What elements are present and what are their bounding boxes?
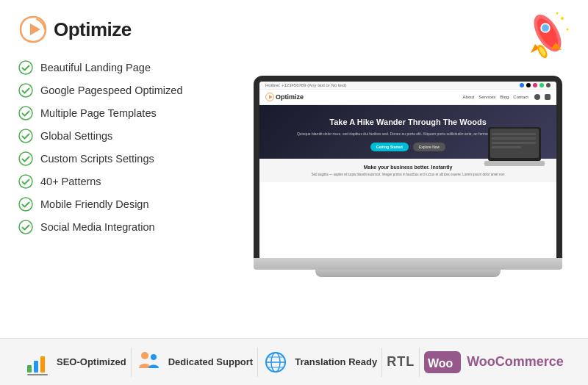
svg-point-1 [19,61,32,74]
divider-2 [257,348,258,377]
seo-icon [24,349,51,375]
svg-text:Woo: Woo [428,357,453,370]
svg-rect-27 [492,142,536,144]
bottom-label-translation: Translation Ready [295,356,377,367]
mini-logo-text: Optimize [276,93,304,101]
svg-rect-29 [27,365,32,373]
feature-label-1: Beautiful Landing Page [40,62,151,73]
facebook-dot [520,83,524,87]
svg-rect-25 [492,133,536,135]
feature-list: Beautiful Landing Page Google Pagespeed … [18,60,209,234]
twitter-dot [526,83,531,87]
bottom-item-support: Dedicated Support [136,349,254,375]
mini-btn-secondary: Explore Now [413,143,445,151]
laptop-screen-outer: Hotline: +123456789 (Any text or No text… [254,76,562,258]
nav-about: About [463,95,475,99]
check-icon-7 [18,197,33,212]
whatsapp-dot [539,83,544,87]
woocommerce-icon: Woo [424,351,461,373]
svg-point-12 [542,25,548,31]
svg-point-8 [19,220,32,234]
svg-point-18 [567,29,569,31]
bottom-item-rtl: RTL [387,354,415,370]
nav-blog: Blog [500,95,509,99]
svg-rect-24 [484,161,545,166]
svg-point-2 [19,84,32,97]
screen-content: Hotline: +123456789 (Any text or No text… [259,82,556,258]
laptop-screen-inner: Hotline: +123456789 (Any text or No text… [259,82,556,258]
mini-nav: Optimize About Services Blog Contact [259,90,556,105]
support-icon [136,349,162,375]
nav-services: Services [478,95,495,99]
svg-rect-26 [492,137,536,140]
check-icon-3 [18,106,33,120]
svg-point-19 [556,12,559,15]
rtl-label: RTL [387,354,415,370]
check-icon-1 [18,60,33,75]
logo-text: Optimize [54,18,132,41]
left-panel: Optimize Beautiful Landing Page Google P… [0,0,228,338]
bottom-label-seo: SEO-Optimized [57,356,126,367]
logo-icon [18,15,48,44]
svg-rect-31 [40,356,45,373]
divider-1 [131,348,132,377]
svg-rect-30 [34,361,38,373]
mini-btn-primary: Getting Started [370,143,409,151]
feature-item-6: 40+ Patterns [18,174,209,189]
bottom-item-seo: SEO-Optimized [24,349,126,375]
hero-laptop-decoration [484,126,551,170]
feature-label-7: Mobile Friendly Design [40,198,148,210]
svg-point-3 [19,107,32,120]
feature-item-5: Custom Scripts Settings [18,151,209,166]
nav-contact: Contact [513,95,528,99]
feature-label-3: Multiple Page Templates [40,107,157,119]
feature-item-7: Mobile Friendly Design [18,197,209,212]
feature-label-4: Global Settings [40,130,112,142]
bottom-item-translation: Translation Ready [262,349,377,375]
feature-item-3: Multiple Page Templates [18,106,209,120]
languages-icon [262,349,289,375]
svg-marker-0 [30,24,40,35]
laptop-stand [315,270,501,277]
user-icon [534,94,540,100]
check-icon-2 [18,83,33,98]
divider-4 [419,348,420,377]
check-icon-8 [18,220,33,234]
bottom-item-woo: Woo WooCommerce [424,351,564,373]
mini-topbar-text: Hotline: +123456789 (Any text or No text… [265,83,347,87]
mini-topbar: Hotline: +123456789 (Any text or No text… [259,82,556,90]
feature-item-4: Global Settings [18,129,209,143]
mini-logo-icon [265,93,274,101]
woo-label-text: WooCommerce [467,354,564,370]
logo-area: Optimize [18,15,209,44]
svg-point-33 [141,352,148,359]
feature-item-1: Beautiful Landing Page [18,60,209,75]
instagram-dot [533,83,537,87]
laptop-base [254,258,562,270]
svg-point-6 [19,175,32,188]
bottom-bar: SEO-Optimized Dedicated Support Translat… [0,338,588,385]
rocket-icon [522,7,573,66]
feature-label-6: 40+ Patterns [40,176,101,187]
divider-3 [381,348,382,377]
feature-item-8: Social Media Integration [18,220,209,234]
mini-social-icons [520,83,551,87]
svg-point-4 [19,129,32,143]
right-panel: Hotline: +123456789 (Any text or No text… [228,0,588,338]
svg-point-17 [561,17,564,20]
svg-point-7 [19,198,32,211]
laptop-mockup: Hotline: +123456789 (Any text or No text… [254,76,562,277]
svg-point-34 [151,354,157,360]
svg-rect-28 [492,146,521,148]
cart-icon [545,94,551,100]
mini-nav-links: About Services Blog Contact [463,94,551,100]
check-icon-4 [18,129,33,143]
mini-hero: Take A Hike Wander Through The Woods Qui… [259,105,556,159]
svg-rect-32 [27,374,48,375]
feature-label-2: Google Pagespeed Optimized [40,84,182,96]
check-icon-6 [18,174,33,189]
feature-label-5: Custom Scripts Settings [40,153,154,165]
check-icon-5 [18,151,33,166]
bottom-label-support: Dedicated Support [168,356,254,367]
svg-point-5 [19,152,32,165]
